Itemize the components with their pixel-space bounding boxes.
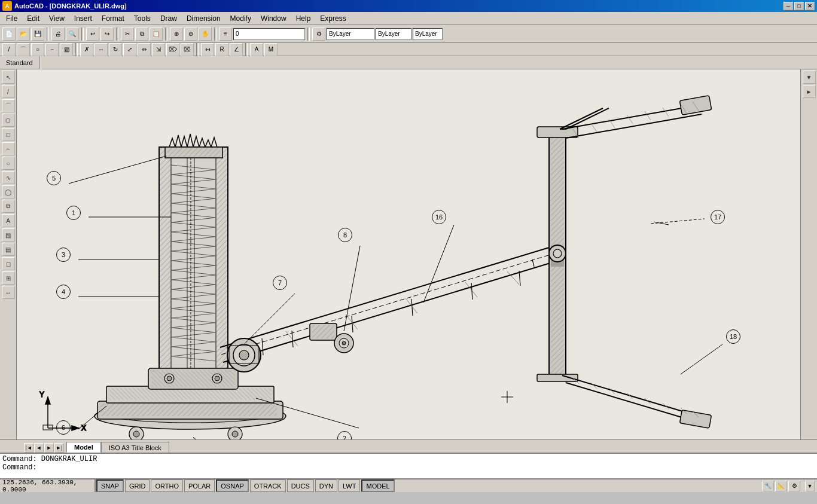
arc-button[interactable]: ⌢ (45, 43, 59, 56)
erase-button[interactable]: ✗ (80, 43, 93, 56)
command-line[interactable]: Command: DONGKRAK_ULIR Command: (0, 453, 817, 479)
extend-button[interactable]: ⌧ (181, 43, 194, 56)
minimize-button[interactable]: ─ (784, 2, 793, 10)
menu-item-express[interactable]: Express (315, 13, 350, 24)
ducs-button[interactable]: DUCS (287, 479, 314, 492)
right-tool-1[interactable]: ▼ (803, 71, 816, 84)
open-button[interactable]: 📂 (17, 28, 30, 41)
left-tool-rect[interactable]: □ (2, 128, 15, 141)
cut-button[interactable]: ✂ (121, 28, 134, 41)
otrack-button[interactable]: OTRACK (250, 479, 286, 492)
coordinate-display: 125.2636, 663.3930, 0.0000 (0, 479, 96, 492)
dim-linear-button[interactable]: ↤ (201, 43, 214, 56)
circle-button[interactable]: ○ (31, 43, 44, 56)
close-button[interactable]: ✕ (805, 2, 815, 10)
tab-next-button[interactable]: ► (44, 443, 54, 453)
menu-item-file[interactable]: File (1, 13, 22, 24)
tab-first-button[interactable]: |◄ (24, 443, 33, 453)
left-tool-region[interactable]: ◻ (2, 257, 15, 270)
lineweight-dropdown[interactable]: ByLayer (413, 28, 443, 40)
toolbar2-sep-1 (75, 43, 78, 56)
left-tool-dim[interactable]: ↔ (2, 286, 15, 299)
tab-prev-button[interactable]: ◄ (34, 443, 44, 453)
layer-button[interactable]: ≡ (219, 28, 232, 41)
snap-button[interactable]: SNAP (96, 479, 124, 492)
tab-iso-a3[interactable]: ISO A3 Title Block (101, 442, 169, 453)
menu-item-draw[interactable]: Draw (156, 13, 182, 24)
zoom-window-button[interactable]: ⊕ (170, 28, 183, 41)
left-tool-hatch[interactable]: ▨ (2, 228, 15, 242)
undo-button[interactable]: ↩ (86, 28, 99, 41)
status-icon-2[interactable]: 📐 (775, 481, 787, 491)
hatch-button[interactable]: ▨ (60, 43, 73, 56)
menu-item-tools[interactable]: Tools (129, 13, 156, 24)
left-tool-select[interactable]: ↖ (2, 71, 15, 84)
menu-item-view[interactable]: View (44, 13, 69, 24)
menu-item-modify[interactable]: Modify (225, 13, 256, 24)
print-button[interactable]: 🖨 (51, 28, 65, 41)
ortho-button[interactable]: ORTHO (151, 479, 183, 492)
left-tool-polyline[interactable]: ⌒ (2, 99, 15, 112)
osnap-button[interactable]: OSNAP (216, 479, 249, 492)
left-tool-insert[interactable]: ⧉ (2, 200, 15, 213)
scale-button[interactable]: ⤢ (123, 43, 136, 56)
mtext-button[interactable]: M (264, 43, 278, 56)
left-tool-spline[interactable]: ∿ (2, 171, 15, 184)
color-dropdown[interactable]: ByLayer (327, 28, 374, 40)
zoom-prev-button[interactable]: ⊖ (184, 28, 197, 41)
left-tool-arc[interactable]: ⌢ (2, 142, 15, 155)
svg-rect-4 (17, 69, 800, 439)
left-tool-gradient[interactable]: ▤ (2, 243, 15, 256)
left-tool-polygon[interactable]: ⬡ (2, 114, 15, 127)
svg-rect-14 (109, 388, 271, 400)
dim-radius-button[interactable]: R (215, 43, 228, 56)
properties-button[interactable]: ⚙ (312, 28, 325, 41)
svg-point-68 (553, 249, 562, 258)
save-button[interactable]: 💾 (31, 28, 44, 41)
line-button[interactable]: / (2, 43, 16, 56)
rotate-button[interactable]: ↻ (109, 43, 122, 56)
left-tool-line[interactable]: / (2, 85, 15, 98)
polar-button[interactable]: POLAR (184, 479, 215, 492)
layer-dropdown[interactable]: 0 (233, 28, 305, 40)
new-button[interactable]: 📄 (2, 28, 16, 41)
menu-item-window[interactable]: Window (256, 13, 291, 24)
left-tool-ellipse[interactable]: ◯ (2, 185, 15, 198)
left-tool-circle[interactable]: ○ (2, 157, 15, 170)
menu-item-format[interactable]: Format (97, 13, 129, 24)
copy-button[interactable]: ⧉ (135, 28, 148, 41)
redo-button[interactable]: ↪ (100, 28, 114, 41)
status-icon-3[interactable]: ⚙ (788, 481, 800, 491)
svg-rect-56 (312, 325, 334, 338)
toolbar-separator-6 (307, 28, 310, 41)
menu-item-edit[interactable]: Edit (22, 13, 44, 24)
mirror-button[interactable]: ⇔ (138, 43, 151, 56)
polyline-button[interactable]: ⌒ (17, 43, 30, 56)
tab-model[interactable]: Model (66, 442, 101, 453)
grid-button[interactable]: GRID (125, 479, 150, 492)
lwt-button[interactable]: LWT (339, 479, 360, 492)
left-tool-table[interactable]: ⊞ (2, 271, 15, 285)
drawing-canvas[interactable]: Y X 5 1 3 4 6 7 8 2 (17, 69, 800, 439)
svg-point-29 (167, 376, 172, 381)
left-tool-mtext[interactable]: A (2, 214, 15, 227)
offset-button[interactable]: ⇲ (152, 43, 165, 56)
menu-item-insert[interactable]: Insert (69, 13, 97, 24)
model-button[interactable]: MODEL (361, 479, 394, 492)
move-button[interactable]: ↔ (94, 43, 108, 56)
trim-button[interactable]: ⌦ (166, 43, 179, 56)
menu-item-help[interactable]: Help (291, 13, 316, 24)
right-tool-2[interactable]: ► (803, 85, 816, 98)
linetype-dropdown[interactable]: ByLayer (376, 28, 411, 40)
maximize-button[interactable]: □ (794, 2, 804, 10)
dyn-button[interactable]: DYN (315, 479, 337, 492)
text-button[interactable]: A (250, 43, 263, 56)
pan-button[interactable]: ✋ (199, 28, 212, 41)
menu-item-dimension[interactable]: Dimension (182, 13, 225, 24)
dim-angular-button[interactable]: ∠ (230, 43, 243, 56)
tab-last-button[interactable]: ►| (54, 443, 64, 453)
paste-button[interactable]: 📋 (150, 28, 163, 41)
status-arrow-button[interactable]: ▼ (805, 481, 815, 491)
status-icon-1[interactable]: 🔧 (762, 481, 774, 491)
preview-button[interactable]: 🔍 (66, 28, 79, 41)
